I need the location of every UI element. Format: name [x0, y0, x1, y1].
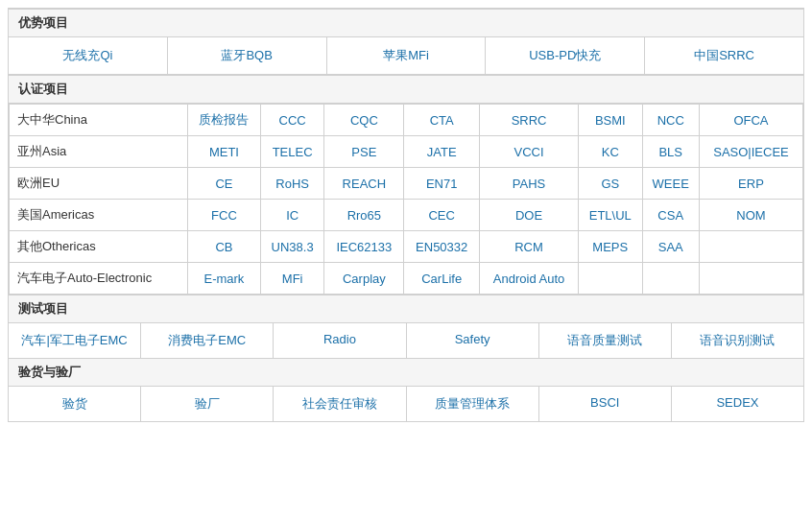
cert-item [699, 263, 802, 295]
inspection-grid: 验货 验厂 社会责任审核 质量管理体系 BSCI SEDEX [9, 387, 803, 421]
cert-item[interactable]: OFCA [699, 105, 802, 136]
cert-row-others: 其他Othericas CB UN38.3 IEC62133 EN50332 R… [10, 231, 803, 263]
inspect-item-0[interactable]: 验货 [9, 387, 141, 421]
cert-item[interactable]: GS [579, 168, 642, 200]
main-container: 优势项目 无线充Qi 蓝牙BQB 苹果MFi USB-PD快充 中国SRRC 认… [8, 8, 804, 422]
advantages-section: 优势项目 无线充Qi 蓝牙BQB 苹果MFi USB-PD快充 中国SRRC [9, 9, 803, 75]
cert-row-china: 大中华China 质检报告 CCC CQC CTA SRRC BSMI NCC … [10, 105, 803, 136]
test-item-1[interactable]: 消费电子EMC [141, 323, 274, 358]
cert-row-americas-label: 美国Americas [10, 200, 188, 231]
cert-item[interactable]: Android Auto [480, 263, 579, 295]
testing-section: 测试项目 汽车|军工电子EMC 消费电子EMC Radio Safety 语音质… [9, 295, 803, 358]
cert-item[interactable]: RoHS [260, 168, 323, 200]
test-item-5[interactable]: 语音识别测试 [672, 323, 803, 358]
cert-item[interactable]: VCCI [480, 136, 579, 168]
cert-row-asia-label: 亚州Asia [10, 136, 188, 168]
test-item-2[interactable]: Radio [274, 323, 406, 358]
cert-item[interactable]: EN50332 [404, 231, 480, 263]
cert-table: 大中华China 质检报告 CCC CQC CTA SRRC BSMI NCC … [9, 104, 803, 295]
cert-row-auto-label: 汽车电子Auto-Electronic [10, 263, 188, 295]
cert-item[interactable]: CB [187, 231, 260, 263]
cert-item[interactable]: IEC62133 [324, 231, 404, 263]
inspect-item-2[interactable]: 社会责任审核 [274, 387, 406, 421]
cert-item[interactable]: EN71 [404, 168, 480, 200]
cert-item[interactable]: FCC [187, 200, 260, 231]
cert-item [699, 231, 802, 263]
cert-item[interactable]: CCC [260, 105, 323, 136]
cert-item[interactable]: WEEE [642, 168, 699, 200]
cert-item[interactable]: PAHS [480, 168, 579, 200]
cert-item[interactable]: CarLife [404, 263, 480, 295]
cert-item[interactable]: TELEC [260, 136, 323, 168]
cert-item[interactable]: ERP [699, 168, 802, 200]
advantage-item-0[interactable]: 无线充Qi [9, 37, 168, 74]
cert-item[interactable]: E-mark [187, 263, 260, 295]
cert-item[interactable]: CSA [642, 200, 699, 231]
inspect-item-4[interactable]: BSCI [539, 387, 672, 421]
cert-item[interactable]: PSE [324, 136, 404, 168]
inspection-header: 验货与验厂 [9, 358, 803, 387]
cert-item[interactable]: MEPS [579, 231, 642, 263]
cert-item[interactable]: SASO|IECEE [699, 136, 802, 168]
certifications-header: 认证项目 [9, 75, 803, 104]
cert-item[interactable]: RCM [480, 231, 579, 263]
testing-header: 测试项目 [9, 295, 803, 323]
cert-item[interactable]: IC [260, 200, 323, 231]
advantage-item-1[interactable]: 蓝牙BQB [168, 37, 327, 74]
test-item-3[interactable]: Safety [407, 323, 539, 358]
cert-item[interactable]: METI [187, 136, 260, 168]
cert-item[interactable]: SAA [642, 231, 699, 263]
advantage-item-2[interactable]: 苹果MFi [327, 37, 487, 74]
cert-item [642, 263, 699, 295]
inspect-item-5[interactable]: SEDEX [672, 387, 803, 421]
cert-row-china-label: 大中华China [10, 105, 188, 136]
advantage-item-3[interactable]: USB-PD快充 [486, 37, 645, 74]
cert-row-eu: 欧洲EU CE RoHS REACH EN71 PAHS GS WEEE ERP [10, 168, 803, 200]
cert-item[interactable]: CQC [324, 105, 404, 136]
cert-item [579, 263, 642, 295]
cert-item[interactable]: CTA [404, 105, 480, 136]
cert-item[interactable]: NCC [642, 105, 699, 136]
inspect-item-3[interactable]: 质量管理体系 [407, 387, 539, 421]
inspect-item-1[interactable]: 验厂 [141, 387, 274, 421]
cert-item[interactable]: Rro65 [324, 200, 404, 231]
inspection-section: 验货与验厂 验货 验厂 社会责任审核 质量管理体系 BSCI SEDEX [9, 358, 803, 421]
cert-item[interactable]: JATE [404, 136, 480, 168]
cert-item[interactable]: 质检报告 [187, 105, 260, 136]
certifications-section: 认证项目 大中华China 质检报告 CCC CQC CTA SRRC BSMI… [9, 75, 803, 295]
cert-item[interactable]: REACH [324, 168, 404, 200]
test-item-0[interactable]: 汽车|军工电子EMC [9, 323, 141, 358]
cert-row-others-label: 其他Othericas [10, 231, 188, 263]
cert-item[interactable]: KC [579, 136, 642, 168]
cert-item[interactable]: ETL\UL [579, 200, 642, 231]
cert-item[interactable]: DOE [480, 200, 579, 231]
cert-row-auto: 汽车电子Auto-Electronic E-mark MFi Carplay C… [10, 263, 803, 295]
cert-item[interactable]: BSMI [579, 105, 642, 136]
advantages-grid: 无线充Qi 蓝牙BQB 苹果MFi USB-PD快充 中国SRRC [9, 37, 803, 75]
cert-row-asia: 亚州Asia METI TELEC PSE JATE VCCI KC BLS S… [10, 136, 803, 168]
cert-row-americas: 美国Americas FCC IC Rro65 CEC DOE ETL\UL C… [10, 200, 803, 231]
cert-item[interactable]: CEC [404, 200, 480, 231]
cert-item[interactable]: CE [187, 168, 260, 200]
cert-item[interactable]: NOM [699, 200, 802, 231]
cert-item[interactable]: UN38.3 [260, 231, 323, 263]
cert-item[interactable]: MFi [260, 263, 323, 295]
advantage-item-4[interactable]: 中国SRRC [645, 37, 803, 74]
testing-grid: 汽车|军工电子EMC 消费电子EMC Radio Safety 语音质量测试 语… [9, 323, 803, 358]
cert-item[interactable]: BLS [642, 136, 699, 168]
advantages-header: 优势项目 [9, 9, 803, 37]
cert-item[interactable]: Carplay [324, 263, 404, 295]
cert-row-eu-label: 欧洲EU [10, 168, 188, 200]
cert-item[interactable]: SRRC [480, 105, 579, 136]
test-item-4[interactable]: 语音质量测试 [539, 323, 672, 358]
